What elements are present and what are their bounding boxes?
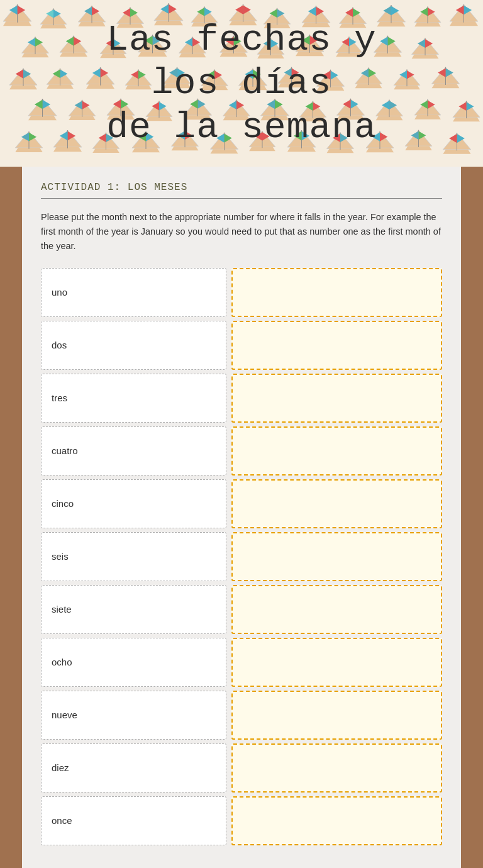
number-label-cell: tres [41,374,226,423]
answer-input-cell[interactable] [231,426,442,476]
answer-input-cell[interactable] [231,585,442,634]
boat-icon [429,62,462,89]
number-row: cinco [41,479,442,528]
boat-icon [450,96,483,123]
answer-input-cell[interactable] [231,796,442,845]
answer-input-cell[interactable] [231,532,442,581]
number-row: once [41,796,442,845]
number-row: nueve [41,691,442,740]
number-label-cell: seis [41,532,226,581]
number-label-cell: once [41,796,226,845]
boat-icon [440,127,474,155]
number-label: uno [52,287,67,298]
boat-icon [6,63,40,91]
header-banner: Las fechas y los días de la semana [0,0,483,167]
main-content: ACTIVIDAD 1: Los meses Please put the mo… [22,167,461,868]
answer-input-cell[interactable] [231,638,442,687]
number-label: nueve [52,709,77,720]
number-label: ocho [52,657,72,667]
answer-input-cell[interactable] [231,479,442,528]
number-label-cell: nueve [41,691,226,740]
page-title: Las fechas y los días de la semana [65,18,418,149]
number-row: tres [41,374,442,423]
number-label-cell: cinco [41,479,226,528]
activity-title: ACTIVIDAD 1: Los meses [41,182,442,193]
answer-input-cell[interactable] [231,691,442,740]
number-label-cell: siete [41,585,226,634]
number-label-cell: diez [41,743,226,793]
number-label: tres [52,392,67,403]
boat-icon [0,0,35,27]
activity-instructions: Please put the month next to the appropr… [41,210,442,254]
number-row: diez [41,743,442,793]
number-row: ocho [41,638,442,687]
number-label: diez [52,762,69,773]
section-divider [41,198,442,199]
number-label-cell: uno [41,268,226,317]
number-label: cinco [52,498,74,509]
boat-icon [38,3,69,30]
number-label: dos [52,340,67,350]
number-label-cell: dos [41,321,226,370]
answer-input-cell[interactable] [231,743,442,793]
page-header: Las fechas y los días de la semana [65,18,418,149]
number-label: siete [52,604,72,615]
number-label-cell: cuatro [41,426,226,476]
number-row: siete [41,585,442,634]
answer-input-cell[interactable] [231,374,442,423]
number-rows-container: unodostrescuatrocincoseissieteochonueved… [41,268,442,845]
number-row: dos [41,321,442,370]
answer-input-cell[interactable] [231,268,442,317]
number-label: seis [52,551,69,562]
number-row: uno [41,268,442,317]
boat-icon [19,31,52,58]
boat-icon [447,0,481,27]
boat-icon [25,93,60,121]
number-row: seis [41,532,442,581]
number-label: cuatro [52,445,78,456]
boat-icon [13,126,45,153]
number-row: cuatro [41,426,442,476]
number-label-cell: ocho [41,638,226,687]
number-label: once [52,815,72,826]
answer-input-cell[interactable] [231,321,442,370]
